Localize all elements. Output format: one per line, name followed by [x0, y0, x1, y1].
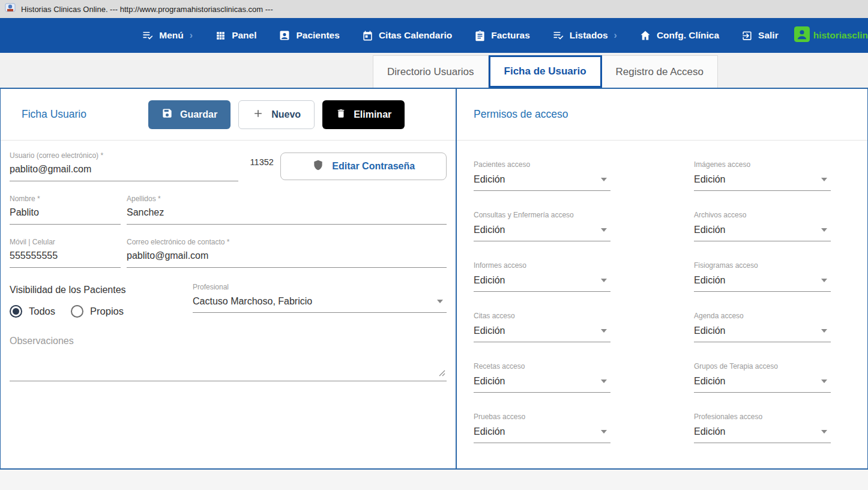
dropdown-arrow-icon: [601, 178, 607, 181]
permission-value: Edición: [474, 174, 505, 185]
dropdown-arrow-icon: [437, 300, 443, 303]
permission-value: Edición: [474, 225, 505, 235]
user-name: historiasclin: [813, 30, 868, 41]
permission-dropdown[interactable]: Edición: [474, 375, 610, 393]
delete-button-label: Eliminar: [354, 109, 391, 120]
nav-item-facturas[interactable]: Facturas: [474, 30, 530, 41]
permission-label: Citas acceso: [474, 312, 610, 320]
edit-password-button[interactable]: Editar Contraseña: [280, 153, 447, 180]
edit-password-label: Editar Contraseña: [332, 161, 415, 172]
permission-label: Archivos acceso: [694, 211, 831, 219]
dropdown-arrow-icon: [821, 430, 827, 434]
observaciones-textarea[interactable]: [10, 346, 447, 381]
left-panel-header: Ficha Usuario Guardar Nuevo Eliminar: [1, 89, 456, 141]
right-panel-title: Permisos de acceso: [474, 108, 568, 121]
profesional-value: Cactuso Marchoso, Fabricio: [193, 296, 312, 307]
permission-agenda: Agenda acceso Edición: [694, 312, 831, 342]
radio-button-propios[interactable]: [71, 305, 83, 318]
permission-pruebas: Pruebas acceso Edición: [474, 413, 610, 443]
permission-dropdown[interactable]: Edición: [694, 325, 831, 342]
usuario-field: Usuario (correo electrónico) * pablito@g…: [10, 151, 238, 181]
movil-input[interactable]: 555555555: [10, 250, 121, 268]
permission-dropdown[interactable]: Edición: [474, 325, 610, 342]
user-icon: [794, 26, 810, 44]
permission-label: Profesionales acceso: [694, 413, 831, 421]
dropdown-arrow-icon: [601, 228, 607, 232]
nav-item-citas-calendario[interactable]: Citas Calendario: [362, 30, 452, 41]
visibility-radios: Todos Propios: [10, 305, 193, 318]
nav-item-confg-clinica[interactable]: Confg. Clínica: [639, 29, 719, 41]
usuario-input[interactable]: pablito@gmail.com: [10, 164, 238, 181]
radio-option-todos[interactable]: Todos: [10, 305, 55, 318]
nav-item-listados[interactable]: Listados ›: [552, 29, 617, 41]
nav-item-salir[interactable]: Salir: [741, 30, 779, 41]
movil-label: Móvil | Celular: [10, 238, 121, 246]
calendar-icon: [362, 30, 373, 41]
plus-icon: [252, 107, 264, 122]
observaciones-field: Observaciones: [10, 336, 447, 381]
dropdown-arrow-icon: [821, 228, 827, 232]
nav-item-label: Salir: [758, 30, 779, 41]
permission-dropdown[interactable]: Edición: [694, 274, 831, 292]
nav-item-pacientes[interactable]: Pacientes: [279, 29, 339, 41]
app-logo-icon: [5, 2, 16, 16]
nombre-field: Nombre * Pablito: [10, 195, 121, 225]
permission-dropdown[interactable]: Edición: [694, 174, 831, 191]
permission-dropdown[interactable]: Edición: [474, 224, 610, 241]
observaciones-label: Observaciones: [10, 336, 447, 346]
permission-citas: Citas acceso Edición: [474, 312, 610, 342]
save-button[interactable]: Guardar: [148, 100, 231, 129]
list-check-icon: [552, 29, 564, 41]
permission-label: Agenda acceso: [694, 312, 831, 320]
permission-value: Edición: [694, 225, 725, 235]
permission-dropdown[interactable]: Edición: [474, 426, 610, 443]
save-icon: [161, 107, 173, 121]
chevron-right-icon: ›: [614, 30, 617, 41]
permission-value: Edición: [474, 325, 505, 336]
radio-option-propios[interactable]: Propios: [71, 305, 124, 318]
radio-label-propios: Propios: [90, 306, 124, 317]
user-form-panel: Ficha Usuario Guardar Nuevo Eliminar: [0, 89, 457, 468]
nav-item-label: Pacientes: [296, 30, 339, 41]
nav-items: Menú › Panel Pacientes Citas Calendario …: [142, 29, 778, 41]
home-icon: [639, 29, 651, 41]
permission-dropdown[interactable]: Edición: [474, 174, 610, 191]
form-action-buttons: Guardar Nuevo Eliminar: [148, 100, 405, 129]
nav-item-label: Panel: [232, 30, 256, 41]
main-navbar: Menú › Panel Pacientes Citas Calendario …: [0, 18, 868, 53]
permission-value: Edición: [694, 275, 725, 286]
resize-handle-icon[interactable]: [438, 368, 445, 379]
apellidos-input[interactable]: Sanchez: [127, 207, 447, 225]
new-button-label: Nuevo: [271, 109, 301, 120]
tab-ficha-de-usuario[interactable]: Ficha de Usuario: [489, 55, 602, 88]
nombre-input[interactable]: Pablito: [10, 207, 121, 225]
permission-dropdown[interactable]: Edición: [474, 274, 610, 292]
correo-contacto-input[interactable]: pablito@gmail.com: [127, 250, 447, 268]
nav-item-label: Confg. Clínica: [657, 30, 719, 41]
permission-label: Imágenes acceso: [694, 160, 831, 169]
permissions-grid: Pacientes acceso Edición Imágenes acceso…: [457, 141, 867, 443]
apellidos-field: Apellidos * Sanchez: [127, 195, 447, 225]
tab-directorio-usuarios[interactable]: Directorio Usuarios: [373, 55, 489, 88]
permission-dropdown[interactable]: Edición: [694, 224, 831, 241]
profesional-dropdown[interactable]: Cactuso Marchoso, Fabricio: [193, 295, 447, 313]
permission-dropdown[interactable]: Edición: [694, 426, 831, 443]
nav-item-panel[interactable]: Panel: [215, 30, 256, 41]
permission-dropdown[interactable]: Edición: [694, 375, 831, 393]
tab-bar: Directorio Usuarios Ficha de Usuario Reg…: [0, 53, 868, 88]
nav-item-label: Citas Calendario: [379, 30, 452, 41]
correo-contacto-field: Correo electrónico de contacto * pablito…: [127, 238, 447, 268]
menu-list-icon: [142, 29, 154, 41]
new-button[interactable]: Nuevo: [238, 100, 315, 129]
radio-button-todos[interactable]: [10, 305, 22, 318]
nav-item-menu[interactable]: Menú ›: [142, 29, 193, 41]
dropdown-arrow-icon: [601, 380, 607, 383]
delete-button[interactable]: Eliminar: [322, 100, 405, 129]
radio-label-todos: Todos: [29, 306, 55, 317]
movil-field: Móvil | Celular 555555555: [10, 238, 121, 268]
tab-registro-de-acceso[interactable]: Registro de Acceso: [602, 55, 718, 88]
visibility-label: Visibilidad de los Pacientes: [10, 285, 193, 295]
dropdown-arrow-icon: [821, 279, 827, 282]
user-account-badge[interactable]: historiasclin: [794, 26, 868, 44]
permissions-panel: Permisos de acceso Pacientes acceso Edic…: [457, 89, 868, 468]
